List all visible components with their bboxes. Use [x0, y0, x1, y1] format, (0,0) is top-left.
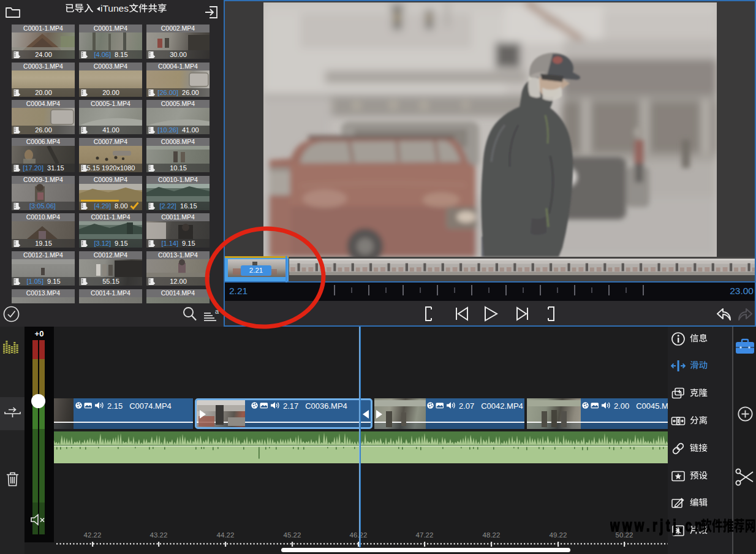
svg-text:iTunes: iTunes [100, 3, 129, 13]
svg-text:a: a [215, 308, 219, 315]
svg-text:www.rjtj.cn: www.rjtj.cn [610, 518, 702, 535]
